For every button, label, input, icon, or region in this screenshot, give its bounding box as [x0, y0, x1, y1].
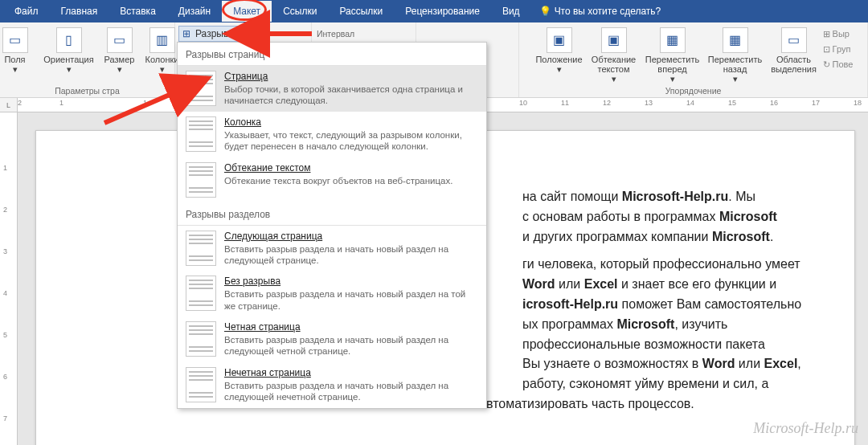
vertical-ruler[interactable]: 1234567: [0, 98, 18, 445]
lbl: Поля: [4, 55, 25, 64]
txt: или: [555, 277, 584, 291]
txt: . Мы: [728, 190, 755, 203]
watermark: Microsoft-Help.ru: [753, 420, 858, 437]
breaks-button-label: Разрывы: [195, 28, 235, 39]
section-icon: [186, 276, 216, 311]
txt: работу, сэкономят уйму времени и сил, а: [522, 377, 768, 390]
send-backward-button[interactable]: ▦Переместить назад▾: [706, 26, 765, 84]
rotate-button[interactable]: ↻ Пове: [823, 59, 854, 70]
txt: icrosoft-Help.ru: [522, 297, 618, 311]
annotation-arrow-2: [104, 87, 185, 130]
txt: Microsoft: [719, 210, 777, 223]
d: Выбор точки, в которой заканчивается одн…: [224, 84, 478, 107]
tab-design[interactable]: Дизайн: [167, 1, 222, 22]
tab-view[interactable]: Вид: [491, 1, 531, 22]
section-continuous[interactable]: Без разрываВставить разрыв раздела и нач…: [178, 271, 486, 316]
section-icon: [186, 367, 216, 402]
txt: поможет Вам самостоятельно: [618, 297, 801, 311]
ruler-corner: L: [0, 98, 18, 112]
lbl: Переместить назад: [706, 55, 765, 74]
t: Страница: [224, 71, 478, 82]
tab-home[interactable]: Главная: [50, 1, 109, 22]
selection-pane-button[interactable]: ▭Область выделения: [768, 26, 820, 84]
margins-button[interactable]: ▭Поля▾: [0, 26, 38, 74]
lbl: Размер: [104, 55, 135, 64]
txt: и знает все его функции и: [618, 277, 777, 291]
tab-insert[interactable]: Вставка: [108, 1, 167, 22]
tab-mailings[interactable]: Рассылки: [328, 1, 394, 22]
d: Обтекание текста вокруг объектов на веб-…: [224, 175, 452, 186]
arrange-group-label: Упорядочение: [665, 86, 722, 96]
lbl: Область выделения: [768, 55, 820, 74]
tab-layout[interactable]: Макет: [222, 1, 272, 22]
t: Четная страница: [224, 321, 478, 333]
tab-review[interactable]: Рецензирование: [394, 1, 491, 22]
dropdown-heading-page: Разрывы страниц: [178, 43, 486, 63]
spacing-group-label: Интервал: [317, 29, 354, 39]
wrap-break-icon: [186, 162, 216, 198]
lbl: Ориентация: [43, 55, 93, 64]
wrap-text-button[interactable]: ▣Обтекание текстом▾: [588, 26, 640, 84]
breaks-button[interactable]: Разрывы ▾: [178, 26, 251, 42]
lightbulb-icon: 💡: [539, 6, 551, 17]
txt: Word: [522, 277, 555, 291]
column-break-icon: [186, 116, 216, 152]
lbl: Положение: [535, 55, 582, 64]
t: Обтекание текстом: [224, 162, 452, 174]
break-page[interactable]: СтраницаВыбор точки, в которой заканчива…: [178, 66, 486, 112]
position-button[interactable]: ▣Положение▾: [534, 26, 585, 84]
t: Следующая страница: [224, 231, 478, 242]
txt: Excel: [764, 357, 798, 370]
lbl: Колонки: [145, 55, 179, 64]
lbl: Обтекание текстом: [588, 55, 640, 74]
chevron-down-icon: ▾: [239, 28, 244, 39]
t: Нечетная страница: [224, 367, 478, 378]
txt: Excel: [584, 277, 618, 291]
txt: или: [735, 357, 764, 370]
section-odd-page[interactable]: Нечетная страницаВставить разрыв раздела…: [178, 362, 486, 408]
tell-me-label: Что вы хотите сделать?: [555, 6, 661, 17]
break-column[interactable]: КолонкаУказывает, что текст, следующий з…: [178, 112, 486, 157]
t: Колонка: [224, 116, 478, 128]
svg-line-1: [104, 92, 177, 123]
txt: профессиональные возможности пакета: [522, 337, 765, 351]
txt: Microsoft: [616, 317, 674, 331]
d: Вставить разрыв раздела и начать новый р…: [224, 334, 478, 357]
lbl: Переместить вперед: [643, 55, 702, 74]
txt: Microsoft: [712, 230, 770, 243]
annotation-arrow-1: [256, 24, 312, 47]
bring-forward-button[interactable]: ▦Переместить вперед▾: [643, 26, 702, 84]
breaks-dropdown: Разрывы страниц СтраницаВыбор точки, в к…: [177, 42, 487, 409]
d: Указывает, что текст, следующий за разры…: [224, 129, 478, 153]
size-button[interactable]: ▭Размер▾: [100, 26, 139, 74]
txt: ги человека, который профессионально уме…: [522, 257, 800, 271]
section-icon: [186, 321, 216, 357]
d: Вставить разрыв раздела и начать новый р…: [224, 243, 478, 267]
dropdown-heading-section: Разрывы разделов: [178, 202, 486, 223]
txt: на сайт помощи: [522, 190, 622, 203]
orientation-button[interactable]: ▯Ориентация▾: [41, 26, 97, 74]
section-next-page[interactable]: Следующая страницаВставить разрыв раздел…: [178, 226, 486, 271]
txt: .: [770, 230, 773, 243]
section-even-page[interactable]: Четная страницаВставить разрыв раздела и…: [178, 316, 486, 362]
break-text-wrapping[interactable]: Обтекание текстомОбтекание текста вокруг…: [178, 157, 486, 202]
txt: ,: [797, 357, 800, 370]
ribbon-tabs: Файл Главная Вставка Дизайн Макет Ссылки…: [0, 0, 868, 22]
txt: Word: [702, 357, 735, 370]
t: Без разрыва: [224, 276, 478, 287]
txt: , изучить: [674, 317, 727, 331]
tab-file[interactable]: Файл: [3, 1, 50, 22]
group-button[interactable]: ⊡ Груп: [823, 44, 854, 55]
txt: и других программах компании: [522, 230, 712, 243]
tell-me[interactable]: 💡 Что вы хотите сделать?: [539, 6, 661, 17]
align-button[interactable]: ⊞ Выр: [823, 29, 854, 39]
txt: с основам работы в программах: [522, 210, 719, 223]
d: Вставить разрыв раздела и начать новый р…: [224, 380, 478, 403]
tab-references[interactable]: Ссылки: [272, 1, 328, 22]
page-break-icon: [186, 71, 216, 106]
txt: Вы узнаете о возможностях в: [522, 357, 702, 370]
txt: ых программах: [522, 317, 616, 331]
d: Вставить разрыв раздела и начать новый р…: [224, 288, 478, 312]
txt: Microsoft-Help.ru: [622, 190, 728, 203]
section-icon: [186, 231, 216, 266]
